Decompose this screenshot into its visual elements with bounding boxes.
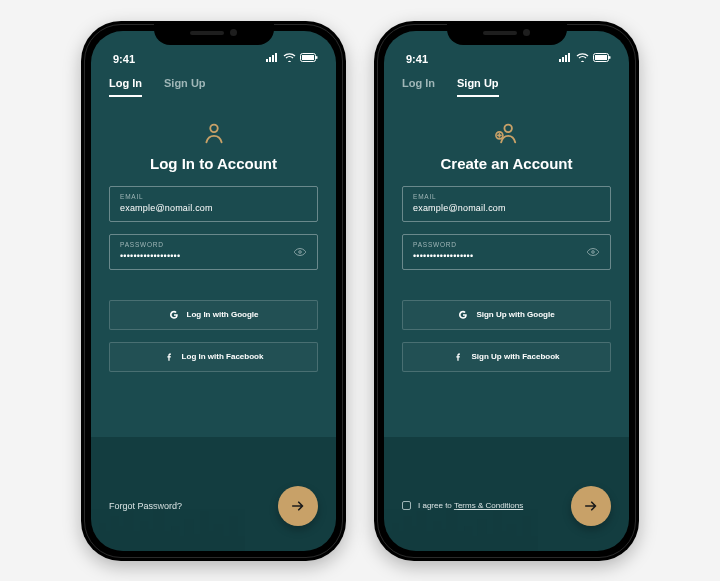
tab-login[interactable]: Log In xyxy=(109,77,142,97)
svg-point-18 xyxy=(592,250,595,253)
tab-signup[interactable]: Sign Up xyxy=(457,77,499,97)
email-field[interactable]: EMAIL example@nomail.com xyxy=(402,186,611,222)
login-form: EMAIL example@nomail.com PASSWORD ••••••… xyxy=(91,172,336,372)
tab-signup[interactable]: Sign Up xyxy=(164,77,206,97)
svg-rect-15 xyxy=(609,56,611,59)
email-value: example@nomail.com xyxy=(413,203,600,213)
google-icon xyxy=(458,310,468,320)
svg-point-8 xyxy=(299,250,302,253)
footer: I agree to Terms & Conditions xyxy=(384,461,629,551)
password-field[interactable]: PASSWORD •••••••••••••••••• xyxy=(109,234,318,270)
facebook-icon xyxy=(453,352,463,362)
terms-text: I agree to Terms & Conditions xyxy=(418,501,523,510)
eye-icon[interactable] xyxy=(586,245,600,259)
phone-signup: 9:41 Log In Sign Up Create an Account xyxy=(374,21,639,561)
footer: Forgot Password? xyxy=(91,461,336,551)
signup-form: EMAIL example@nomail.com PASSWORD ••••••… xyxy=(384,172,629,372)
eye-icon[interactable] xyxy=(293,245,307,259)
email-value: example@nomail.com xyxy=(120,203,307,213)
phone-login: 9:41 Log In Sign Up Log In to Account EM… xyxy=(81,21,346,561)
password-field[interactable]: PASSWORD •••••••••••••••••• xyxy=(402,234,611,270)
svg-rect-11 xyxy=(565,55,567,62)
svg-rect-12 xyxy=(568,53,570,62)
google-signup-button[interactable]: Sign Up with Google xyxy=(402,300,611,330)
google-icon xyxy=(169,310,179,320)
screen-login: 9:41 Log In Sign Up Log In to Account EM… xyxy=(91,31,336,551)
submit-fab[interactable] xyxy=(571,486,611,526)
phone-notch xyxy=(447,21,567,45)
terms-link[interactable]: Terms & Conditions xyxy=(454,501,523,510)
email-label: EMAIL xyxy=(413,193,600,200)
password-label: PASSWORD xyxy=(120,241,307,248)
email-label: EMAIL xyxy=(120,193,307,200)
battery-icon xyxy=(300,52,318,64)
auth-tabs: Log In Sign Up xyxy=(91,65,336,97)
page-title: Log In to Account xyxy=(91,155,336,172)
facebook-login-button[interactable]: Log In with Facebook xyxy=(109,342,318,372)
password-value: •••••••••••••••••• xyxy=(413,251,600,261)
page-title: Create an Account xyxy=(384,155,629,172)
signal-icon xyxy=(559,52,572,64)
terms-checkbox[interactable] xyxy=(402,501,411,510)
svg-rect-14 xyxy=(595,55,607,60)
svg-rect-6 xyxy=(316,56,318,59)
svg-rect-3 xyxy=(275,53,277,62)
terms-row: I agree to Terms & Conditions xyxy=(402,501,523,510)
password-value: •••••••••••••••••• xyxy=(120,251,307,261)
submit-fab[interactable] xyxy=(278,486,318,526)
status-indicators xyxy=(559,52,611,65)
password-label: PASSWORD xyxy=(413,241,600,248)
svg-point-16 xyxy=(504,124,511,131)
arrow-right-icon xyxy=(289,497,307,515)
battery-icon xyxy=(593,52,611,64)
google-login-button[interactable]: Log In with Google xyxy=(109,300,318,330)
facebook-icon xyxy=(164,352,174,362)
user-plus-icon xyxy=(493,119,521,147)
tab-login[interactable]: Log In xyxy=(402,77,435,97)
arrow-right-icon xyxy=(582,497,600,515)
facebook-signup-label: Sign Up with Facebook xyxy=(471,352,559,361)
screen-signup: 9:41 Log In Sign Up Create an Account xyxy=(384,31,629,551)
facebook-signup-button[interactable]: Sign Up with Facebook xyxy=(402,342,611,372)
terms-prefix: I agree to xyxy=(418,501,454,510)
svg-rect-5 xyxy=(302,55,314,60)
wifi-icon xyxy=(283,52,296,64)
svg-rect-1 xyxy=(269,57,271,62)
facebook-login-label: Log In with Facebook xyxy=(182,352,264,361)
signal-icon xyxy=(266,52,279,64)
status-time: 9:41 xyxy=(406,53,428,65)
google-signup-label: Sign Up with Google xyxy=(476,310,554,319)
svg-rect-10 xyxy=(562,57,564,62)
svg-rect-2 xyxy=(272,55,274,62)
email-field[interactable]: EMAIL example@nomail.com xyxy=(109,186,318,222)
forgot-password-link[interactable]: Forgot Password? xyxy=(109,501,182,511)
status-indicators xyxy=(266,52,318,65)
svg-rect-9 xyxy=(559,59,561,62)
auth-tabs: Log In Sign Up xyxy=(384,65,629,97)
phone-notch xyxy=(154,21,274,45)
svg-rect-0 xyxy=(266,59,268,62)
wifi-icon xyxy=(576,52,589,64)
user-icon xyxy=(200,119,228,147)
google-login-label: Log In with Google xyxy=(187,310,259,319)
svg-point-7 xyxy=(210,124,217,131)
status-time: 9:41 xyxy=(113,53,135,65)
hero-icon-wrap xyxy=(384,119,629,147)
hero-icon-wrap xyxy=(91,119,336,147)
